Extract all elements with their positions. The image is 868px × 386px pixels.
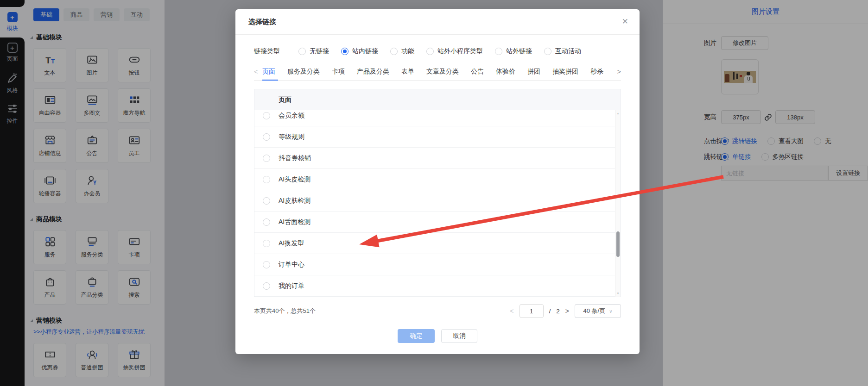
tab-services[interactable]: 服务及分类 [287, 63, 320, 81]
row-label: AI舌面检测 [279, 218, 310, 226]
row-label: AI换发型 [279, 239, 304, 248]
radio-function[interactable]: 功能 [390, 47, 414, 56]
scroll-down-icon[interactable]: ▼ [615, 292, 621, 295]
radio-label: 站内链接 [352, 47, 378, 56]
modal-title: 选择链接 [248, 18, 276, 26]
tab-pages[interactable]: 页面 [262, 63, 275, 81]
tab-strip: 页面 服务及分类 卡项 产品及分类 表单 文章及分类 公告 体验价 拼团 抽奖拼… [262, 63, 613, 81]
tab-trial-price[interactable]: 体验价 [496, 63, 515, 81]
radio-label: 功能 [401, 47, 414, 56]
pagination-summary: 本页共40个，总共51个 [254, 307, 316, 315]
row-radio-icon[interactable] [263, 240, 270, 247]
row-label: 订单中心 [279, 261, 304, 269]
row-radio-icon[interactable] [263, 176, 270, 183]
row-label: 等级规则 [279, 133, 304, 141]
tab-group-buy[interactable]: 拼团 [527, 63, 540, 81]
radio-interactive-activity[interactable]: 互动活动 [544, 47, 581, 56]
scroll-up-icon[interactable]: ▲ [615, 112, 621, 115]
row-label: 我的订单 [279, 282, 304, 290]
table-row[interactable]: AI皮肤检测 [254, 190, 621, 212]
pages-table: 页面 会员余额 等级规则 抖音券核销 [254, 89, 621, 297]
tabs-scroll-right-icon[interactable]: > [613, 68, 621, 75]
radio-icon [341, 48, 348, 55]
close-icon[interactable]: ✕ [622, 17, 628, 26]
radio-icon [390, 48, 398, 55]
pagination-bar: 本页共40个，总共51个 < / 2 > 40 条/页 ∨ [254, 303, 621, 319]
table-row[interactable]: 会员余额 [254, 110, 621, 126]
page-number-input[interactable] [520, 304, 544, 318]
row-radio-icon[interactable] [263, 155, 270, 162]
table-header: 页面 [254, 89, 621, 110]
radio-external-miniprogram[interactable]: 站外小程序类型 [426, 47, 483, 56]
tab-forms[interactable]: 表单 [401, 63, 414, 81]
table-row[interactable]: 订单中心 [254, 254, 621, 275]
tab-flash-sale[interactable]: 秒杀 [590, 63, 603, 81]
page-size-select[interactable]: 40 条/页 ∨ [575, 304, 621, 318]
tab-notice[interactable]: 公告 [471, 63, 484, 81]
tab-articles[interactable]: 文章及分类 [426, 63, 459, 81]
modal-footer: 确定 取消 [254, 329, 621, 343]
row-radio-icon[interactable] [263, 197, 270, 205]
radio-external-link[interactable]: 站外链接 [495, 47, 532, 56]
tab-card-items[interactable]: 卡项 [332, 63, 345, 81]
radio-icon [495, 48, 502, 55]
list-scrollbar[interactable]: ▲ ▼ [615, 110, 621, 297]
link-type-label: 链接类型 [254, 47, 280, 56]
radio-icon [298, 48, 306, 55]
row-label: 抖音券核销 [279, 154, 311, 162]
radio-label: 站外链接 [506, 47, 532, 56]
page-size-value: 40 条/页 [583, 307, 605, 315]
radio-icon [544, 48, 551, 55]
app-root: + 模块 + 页面 风格 控件 [0, 0, 868, 386]
row-radio-icon[interactable] [263, 282, 270, 290]
table-body: 会员余额 等级规则 抖音券核销 AI头皮检测 [254, 110, 621, 297]
row-radio-icon[interactable] [263, 261, 270, 268]
confirm-button[interactable]: 确定 [398, 329, 435, 343]
page-separator: / [549, 308, 551, 315]
radio-no-link[interactable]: 无链接 [298, 47, 329, 56]
modal-header: 选择链接 ✕ [235, 9, 640, 35]
table-row[interactable]: AI舌面检测 [254, 212, 621, 233]
next-page-icon[interactable]: > [565, 307, 569, 315]
radio-label: 站外小程序类型 [437, 47, 483, 56]
cancel-button[interactable]: 取消 [441, 329, 477, 343]
table-row[interactable]: 抖音券核销 [254, 148, 621, 169]
total-pages: 2 [556, 308, 560, 315]
chevron-down-icon: ∨ [609, 309, 612, 314]
row-label: 会员余额 [279, 112, 304, 120]
radio-label: 无链接 [310, 47, 329, 56]
radio-icon [426, 48, 434, 55]
row-label: AI皮肤检测 [279, 197, 310, 205]
tab-products[interactable]: 产品及分类 [357, 63, 389, 81]
modal-tab-bar: < 页面 服务及分类 卡项 产品及分类 表单 文章及分类 公告 体验价 拼团 抽… [254, 63, 621, 81]
radio-label: 互动活动 [555, 47, 581, 56]
row-radio-icon[interactable] [263, 218, 270, 226]
table-row[interactable]: AI头皮检测 [254, 169, 621, 190]
radio-internal-link[interactable]: 站内链接 [341, 47, 378, 56]
table-row[interactable]: AI换发型 [254, 233, 621, 254]
tabs-scroll-left-icon[interactable]: < [254, 68, 262, 75]
select-link-modal: 选择链接 ✕ 链接类型 无链接 站内链接 功能 [235, 9, 640, 354]
table-row[interactable]: 等级规则 [254, 126, 621, 148]
row-label: AI头皮检测 [279, 175, 310, 184]
table-row[interactable]: 我的订单 [254, 275, 621, 297]
row-radio-icon[interactable] [263, 133, 270, 141]
tab-lucky-group[interactable]: 抽奖拼团 [552, 63, 578, 81]
link-type-row: 链接类型 无链接 站内链接 功能 站外小程序类型 [254, 44, 621, 58]
modal-body: 链接类型 无链接 站内链接 功能 站外小程序类型 [235, 44, 640, 343]
row-radio-icon[interactable] [263, 112, 270, 119]
pagination-controls: < / 2 > 40 条/页 ∨ [510, 304, 621, 318]
prev-page-icon[interactable]: < [510, 307, 513, 315]
scrollbar-thumb[interactable] [616, 231, 620, 257]
